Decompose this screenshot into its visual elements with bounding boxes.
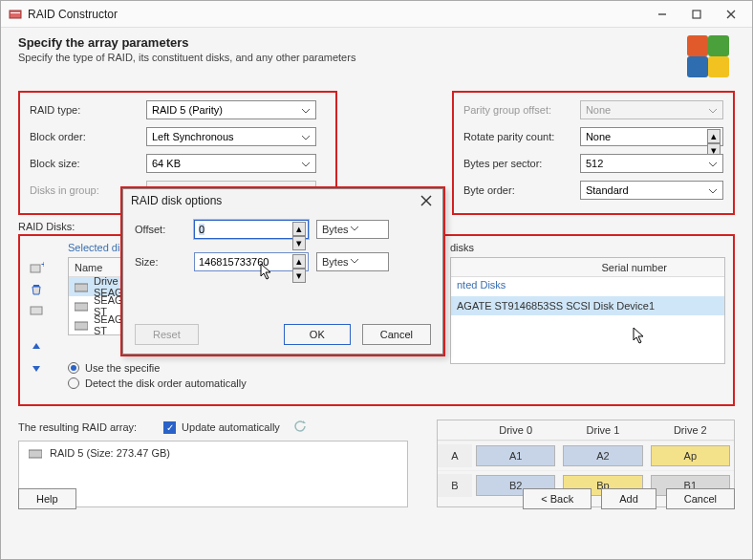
- drive-icon: [75, 282, 88, 292]
- bytes-sector-label: Bytes per sector:: [463, 158, 580, 169]
- column-serial[interactable]: Serial number: [602, 262, 667, 273]
- row-label: A: [438, 444, 472, 467]
- ok-button[interactable]: OK: [284, 324, 351, 345]
- raid-type-select[interactable]: RAID 5 (Parity): [146, 100, 316, 119]
- puzzle-icon: [683, 35, 735, 77]
- minimize-button[interactable]: [645, 4, 679, 25]
- rotate-parity-input[interactable]: None ▴▾: [580, 127, 723, 146]
- dialog-close-icon[interactable]: [418, 192, 435, 209]
- parity-offset-label: Parity group offset:: [463, 104, 580, 116]
- offset-label: Offset:: [135, 224, 194, 235]
- connected-disks-label: disks: [450, 242, 725, 253]
- drive-header: Drive 2: [647, 420, 734, 440]
- size-unit-select[interactable]: Bytes: [316, 252, 389, 271]
- block-order-label: Block order:: [30, 131, 146, 142]
- move-up-icon[interactable]: [28, 339, 45, 355]
- svg-rect-12: [75, 322, 88, 330]
- offset-input[interactable]: 0 ▴▾: [194, 220, 309, 239]
- chevron-down-icon: [300, 105, 312, 117]
- detect-auto-radio[interactable]: Detect the disk order automatically: [68, 377, 431, 389]
- map-cell: A1: [476, 445, 555, 466]
- app-icon: [9, 8, 22, 21]
- close-button[interactable]: [714, 4, 748, 25]
- svg-rect-11: [75, 303, 88, 311]
- window-titlebar: RAID Constructor: [1, 1, 752, 28]
- size-label: Size:: [135, 256, 194, 268]
- svg-rect-3: [693, 11, 700, 18]
- add-plus-icon[interactable]: +: [28, 261, 45, 276]
- raid-type-label: RAID type:: [30, 104, 146, 116]
- spinner-buttons[interactable]: ▴▾: [292, 222, 306, 239]
- array-result-row[interactable]: RAID 5 (Size: 273.47 GB): [19, 442, 407, 464]
- delete-trash-icon[interactable]: [28, 282, 45, 297]
- size-input[interactable]: 146815733760 ▴▾: [194, 252, 309, 271]
- update-auto-label: Update automatically: [182, 421, 280, 433]
- svg-rect-6: [31, 265, 40, 272]
- drive-icon: [75, 320, 88, 331]
- drive-icon: [29, 448, 42, 459]
- block-size-label: Block size:: [30, 158, 146, 169]
- use-specified-radio[interactable]: Use the specifie: [68, 362, 431, 374]
- resulting-array-label: The resulting RAID array:: [18, 421, 137, 433]
- page-title: Specify the array parameters: [18, 35, 355, 50]
- connected-disk-row[interactable]: AGATE ST9146853SS SCSI Disk Device1: [451, 296, 724, 315]
- back-button[interactable]: < Back: [523, 488, 592, 509]
- window-title: RAID Constructor: [28, 8, 645, 21]
- spinner-buttons[interactable]: ▴▾: [707, 129, 721, 146]
- array-result-text: RAID 5 (Size: 273.47 GB): [50, 447, 170, 459]
- drive-header: Drive 0: [472, 420, 559, 440]
- drive-header: Drive 1: [559, 420, 646, 440]
- radio-label: Use the specifie: [85, 362, 160, 374]
- svg-rect-1: [11, 12, 20, 13]
- disk-icon[interactable]: [28, 303, 45, 318]
- svg-rect-8: [33, 285, 39, 287]
- help-button[interactable]: Help: [18, 488, 76, 509]
- block-size-select[interactable]: 64 KB: [146, 154, 316, 173]
- row-label: B: [438, 474, 472, 497]
- connected-disk-name: AGATE ST9146853SS SCSI Disk Device1: [457, 300, 655, 312]
- update-auto-checkbox[interactable]: ✓: [163, 421, 176, 434]
- radio-label: Detect the disk order automatically: [85, 377, 247, 389]
- byte-order-select[interactable]: Standard: [580, 181, 723, 200]
- move-down-icon[interactable]: [28, 360, 45, 376]
- rotate-parity-label: Rotate parity count:: [463, 131, 580, 142]
- svg-rect-0: [10, 11, 21, 18]
- cancel-wizard-button[interactable]: Cancel: [666, 488, 735, 509]
- drive-icon: [75, 301, 88, 312]
- add-button[interactable]: Add: [601, 488, 656, 509]
- svg-text:+: +: [41, 262, 44, 269]
- chevron-down-icon: [349, 223, 360, 236]
- offset-unit-select[interactable]: Bytes: [316, 220, 389, 239]
- map-cell: A2: [563, 445, 642, 466]
- raid-disk-options-dialog: RAID disk options Offset: 0 ▴▾ Bytes Siz…: [120, 186, 445, 356]
- svg-rect-9: [31, 307, 42, 314]
- svg-rect-13: [29, 450, 42, 458]
- bytes-sector-select[interactable]: 512: [580, 154, 723, 173]
- cancel-button[interactable]: Cancel: [362, 324, 431, 345]
- connected-disks-subtitle: nted Disks: [451, 277, 724, 292]
- maximize-button[interactable]: [679, 4, 714, 25]
- parity-offset-select: None: [580, 100, 723, 119]
- reset-button: Reset: [135, 324, 199, 345]
- dialog-title: RAID disk options: [131, 194, 222, 207]
- block-order-select[interactable]: Left Synchronous: [146, 127, 316, 146]
- refresh-icon[interactable]: [293, 420, 307, 435]
- svg-rect-10: [75, 284, 88, 291]
- byte-order-label: Byte order:: [463, 184, 580, 196]
- spinner-buttons[interactable]: ▴▾: [292, 254, 306, 271]
- page-subtitle: Specify the type of RAID, its constituen…: [18, 52, 355, 63]
- map-cell: Ap: [651, 445, 730, 466]
